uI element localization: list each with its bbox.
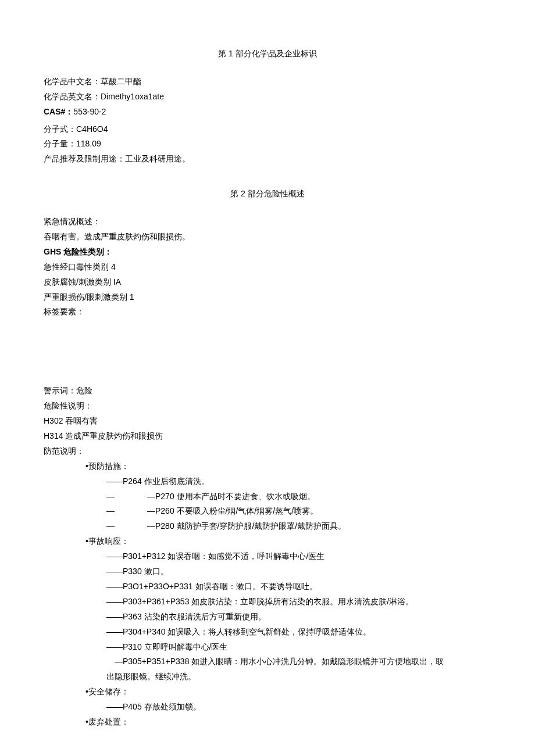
p260-dash1: —	[106, 504, 118, 519]
section1-title: 第 1 部分化学品及企业标识	[44, 46, 491, 62]
cas-label: CAS#：	[44, 107, 73, 116]
signal-label: 警示词：	[44, 386, 76, 395]
prevention-header: •预防措施：	[44, 459, 491, 474]
formula-label: 分子式：	[44, 124, 76, 134]
p264: ——P264 作业后彻底清洗。	[44, 474, 491, 489]
formula-value: C4H6O4	[76, 124, 108, 134]
precaution-label: 防范说明：	[44, 444, 491, 459]
p304p340: ——P304+P340 如误吸入：将人转移到空气新鲜处，保持呼吸舒适体位。	[44, 625, 491, 640]
cas-value: 553-90-2	[73, 107, 106, 116]
p280-dash1: —	[106, 519, 118, 534]
mw-line: 分子量：118.09	[44, 137, 491, 152]
p270-text: —P270 使用本产品时不要进食、饮水或吸烟。	[147, 492, 315, 501]
name-cn-value: 草酸二甲酯	[101, 77, 141, 86]
signal-line: 警示词：危险	[44, 384, 491, 399]
ghs-2: 皮肤腐蚀/刺激类别 IA	[44, 275, 491, 290]
p270-dash1: —	[106, 489, 118, 504]
mw-value: 118.09	[76, 139, 101, 148]
name-en-value: Dimethy1oxa1ate	[101, 92, 164, 101]
section2-title: 第 2 部分危险性概述	[44, 187, 491, 202]
formula-line: 分子式：C4H6O4	[44, 122, 491, 137]
ghs-1: 急性经口毒性类别 4	[44, 260, 491, 275]
label-elem-label: 标签要素：	[44, 304, 491, 320]
pictogram-space	[44, 320, 491, 384]
emergency-label: 紧急情况概述：	[44, 214, 491, 230]
section1-body: 化学品中文名：草酸二甲酯 化学品英文名：Dimethy1oxa1ate CAS#…	[44, 74, 491, 167]
use-line: 产品推荐及限制用途：工业及科研用途。	[44, 152, 491, 167]
name-en-label: 化学品英文名：	[44, 92, 101, 101]
cas-line: CAS#：553-90-2	[44, 105, 491, 120]
h314: H314 造成严重皮肤灼伤和眼损伤	[44, 429, 491, 444]
p310: ——P310 立即呼叫解毒中心/医生	[44, 640, 491, 655]
disposal-header: •废弃处置：	[44, 715, 491, 730]
p303p361p353: ——P303+P361+P353 如皮肤沾染：立即脱掉所有沾染的衣服。用水清洗皮…	[44, 594, 491, 610]
use-value: 工业及科研用途。	[125, 154, 190, 163]
mw-label: 分子量：	[44, 139, 76, 148]
p305-line2: 出隐形眼镜。继续冲洗。	[44, 669, 491, 685]
ghs-label: GHS 危险性类别：	[44, 245, 491, 260]
h302: H302 吞咽有害	[44, 414, 491, 429]
name-cn-label: 化学品中文名：	[44, 77, 101, 86]
use-label: 产品推荐及限制用途：	[44, 154, 125, 163]
p301p330p331: ——P3O1+P33O+P331 如误吞咽：漱口。不要诱导呕吐。	[44, 579, 491, 594]
p260: ——P260 不要吸入粉尘/烟/气体/烟雾/蒸气/喷雾。	[44, 504, 491, 519]
signal-value: 危险	[76, 386, 92, 395]
ghs-3: 严重眼损伤/眼刺激类别 1	[44, 290, 491, 305]
ghs-label-text: GHS 危险性类别：	[44, 247, 112, 256]
p305-line1: —P305+P351+P338 如进入眼睛：用水小心冲洗几分钟。如戴隐形眼镜并可…	[44, 654, 491, 669]
name-cn-line: 化学品中文名：草酸二甲酯	[44, 74, 491, 89]
p301p312: ——P301+P312 如误吞咽：如感觉不适，呼叫解毒中心/医生	[44, 549, 491, 564]
response-header: •事故响应：	[44, 534, 491, 549]
p280: ——P280 戴防护手套/穿防护服/戴防护眼罩/戴防护面具。	[44, 519, 491, 534]
p260-text: —P260 不要吸入粉尘/烟/气体/烟雾/蒸气/喷雾。	[147, 506, 318, 515]
p405: ——P405 存放处须加锁。	[44, 700, 491, 715]
storage-header: •安全储存：	[44, 685, 491, 700]
p280-text: —P280 戴防护手套/穿防护服/戴防护眼罩/戴防护面具。	[147, 521, 346, 531]
section2-body: 紧急情况概述： 吞咽有害。造成严重皮肤灼伤和眼损伤。 GHS 危险性类别： 急性…	[44, 214, 491, 730]
p270: ——P270 使用本产品时不要进食、饮水或吸烟。	[44, 489, 491, 504]
emergency-text: 吞咽有害。造成严重皮肤灼伤和眼损伤。	[44, 230, 491, 245]
name-en-line: 化学品英文名：Dimethy1oxa1ate	[44, 89, 491, 105]
hazard-label: 危险性说明：	[44, 399, 491, 414]
p330: ——P330 漱口。	[44, 564, 491, 579]
p363: ——P363 沾染的衣服清洗后方可重新使用。	[44, 610, 491, 625]
